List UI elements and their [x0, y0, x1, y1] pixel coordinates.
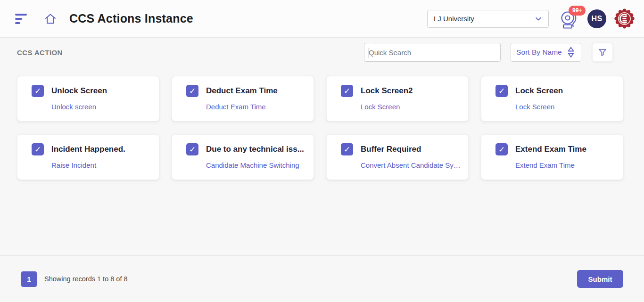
checkmark-icon: ✓: [34, 146, 41, 154]
card-subtitle: Raise Incident: [51, 161, 151, 169]
action-card[interactable]: ✓ Due to any technical iss... Candidate …: [172, 134, 314, 180]
submit-button[interactable]: Submit: [577, 270, 623, 288]
pagination: 1 Showing records 1 to 8 of 8: [21, 271, 128, 287]
action-card[interactable]: ✓ Incident Happened. Raise Incident: [17, 134, 159, 180]
page-title: CCS Actions Instance: [69, 12, 193, 25]
card-subtitle: Lock Screen: [361, 103, 461, 111]
card-subtitle: Extend Exam Time: [515, 161, 615, 169]
card-subtitle: Candidate Machine Switching: [206, 161, 306, 169]
card-title: Due to any technical iss...: [206, 145, 304, 154]
text-caret: [369, 48, 369, 58]
card-title: Lock Screen: [515, 86, 563, 96]
card-checkbox[interactable]: ✓: [341, 85, 353, 97]
card-title: Extend Exam Time: [515, 145, 586, 154]
checkmark-icon: ✓: [34, 87, 41, 95]
card-checkbox[interactable]: ✓: [32, 143, 44, 155]
card-row: ✓ Lock Screen2: [341, 85, 461, 97]
card-title: Unlock Screen: [51, 86, 107, 96]
action-card[interactable]: ✓ Unlock Screen Unlock screen: [17, 76, 159, 122]
sort-arrows-icon: [566, 46, 576, 58]
card-checkbox[interactable]: ✓: [495, 85, 508, 97]
card-row: ✓ Buffer Required: [341, 143, 461, 155]
page-number-button[interactable]: 1: [21, 271, 37, 287]
brand-seal-logo[interactable]: [614, 8, 635, 29]
card-checkbox[interactable]: ✓: [186, 85, 198, 97]
card-subtitle: Lock Screen: [515, 103, 615, 111]
card-row: ✓ Incident Happened.: [32, 143, 151, 155]
checkmark-icon: ✓: [189, 146, 196, 154]
org-select-value: LJ University: [434, 15, 474, 23]
action-card[interactable]: ✓ Deduct Exam Time Deduct Exam Time: [172, 76, 314, 122]
top-bar-left: CCS Actions Instance: [14, 12, 193, 26]
card-checkbox[interactable]: ✓: [341, 143, 353, 155]
card-row: ✓ Lock Screen: [495, 85, 615, 97]
action-card[interactable]: ✓ Extend Exam Time Extend Exam Time: [481, 134, 623, 180]
checkmark-icon: ✓: [344, 146, 350, 154]
top-bar-right: LJ University 99+ HS: [427, 8, 635, 30]
records-summary: Showing records 1 to 8 of 8: [44, 275, 128, 283]
filter-funnel-icon: [597, 47, 608, 57]
avatar[interactable]: HS: [587, 9, 606, 28]
card-subtitle: Deduct Exam Time: [206, 103, 306, 111]
toolbar: CCS ACTION Sort By Name: [0, 43, 644, 62]
card-row: ✓ Due to any technical iss...: [186, 143, 306, 155]
card-row: ✓ Deduct Exam Time: [186, 85, 306, 97]
checkmark-icon: ✓: [498, 146, 505, 154]
sort-button[interactable]: Sort By Name: [511, 43, 581, 62]
app-root: CCS Actions Instance LJ University 99+ H…: [0, 0, 644, 302]
chevron-down-icon: [534, 15, 543, 23]
filter-button[interactable]: [592, 43, 613, 62]
cards-grid: ✓ Unlock Screen Unlock screen ✓ Deduct E…: [0, 76, 644, 180]
checkmark-icon: ✓: [498, 87, 505, 95]
card-row: ✓ Extend Exam Time: [495, 143, 615, 155]
home-button[interactable]: [44, 12, 57, 25]
card-subtitle: Unlock screen: [51, 103, 151, 111]
notifications-button[interactable]: 99+: [559, 8, 580, 30]
section-label: CCS ACTION: [17, 49, 63, 57]
toolbar-right: Sort By Name: [364, 43, 613, 62]
action-card[interactable]: ✓ Lock Screen2 Lock Screen: [326, 76, 469, 122]
action-card[interactable]: ✓ Lock Screen Lock Screen: [481, 76, 623, 122]
notification-count-badge: 99+: [569, 6, 586, 16]
search-input[interactable]: [369, 43, 500, 61]
top-bar: CCS Actions Instance LJ University 99+ H…: [0, 0, 644, 38]
checkmark-icon: ✓: [344, 87, 350, 95]
card-title: Deduct Exam Time: [206, 86, 278, 96]
card-title: Buffer Required: [361, 145, 421, 154]
menu-icon[interactable]: [14, 12, 28, 26]
footer: 1 Showing records 1 to 8 of 8 Submit: [0, 255, 644, 302]
card-checkbox[interactable]: ✓: [495, 143, 508, 155]
card-checkbox[interactable]: ✓: [32, 85, 44, 97]
card-checkbox[interactable]: ✓: [186, 143, 198, 155]
search-box: [364, 43, 501, 62]
card-title: Incident Happened.: [51, 145, 125, 154]
card-row: ✓ Unlock Screen: [32, 85, 151, 97]
org-select-dropdown[interactable]: LJ University: [427, 10, 549, 28]
card-subtitle: Convert Absent Candidate Syst...: [361, 161, 461, 169]
checkmark-icon: ✓: [189, 87, 196, 95]
home-icon: [44, 12, 57, 25]
action-card[interactable]: ✓ Buffer Required Convert Absent Candida…: [326, 134, 469, 180]
card-title: Lock Screen2: [361, 86, 413, 96]
sort-button-label: Sort By Name: [516, 48, 561, 57]
